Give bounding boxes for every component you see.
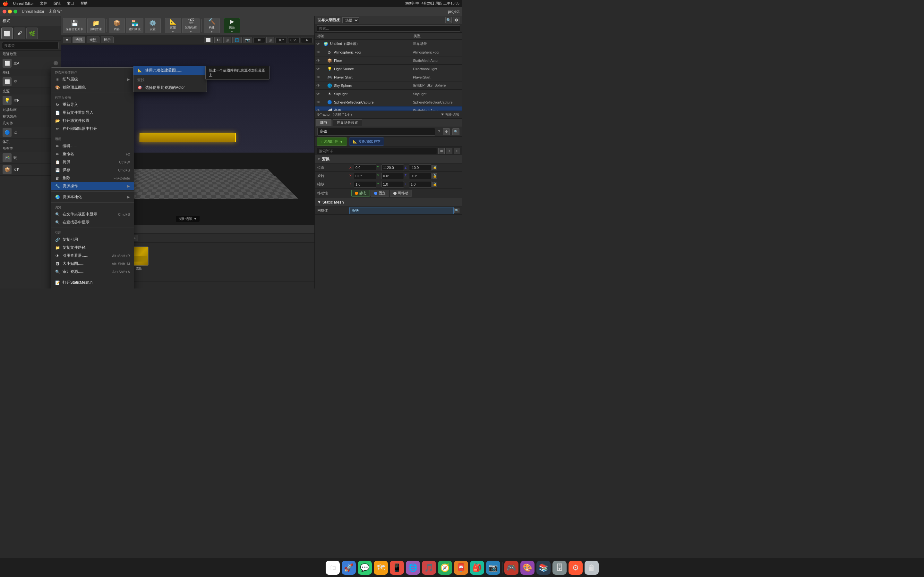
cm-item-rename[interactable]: ✏ 重命名 F2: [51, 150, 134, 158]
cm-item-size-map-label: 大小贴图......: [63, 261, 109, 266]
delete-shortcut: Fn+Delete: [113, 176, 130, 180]
cm-item-rename-label: 重命名: [63, 151, 123, 157]
show-in-finder-icon: 🔍: [55, 220, 60, 225]
cm-label-imported: 已导入资源: [51, 94, 134, 101]
chevron-right-icon: ▶: [128, 77, 130, 81]
cm-item-open-external[interactable]: ✏ 在外部编辑器中打开: [51, 125, 134, 133]
copy-path-icon: 📁: [55, 245, 60, 250]
cm-item-ref-viewer[interactable]: 👁 引用查看器...... Alt+Shift+R: [51, 251, 134, 259]
cm-section-reference: 引用 🔗 复制引用 📁 复制文件路径 👁 引用查看器...... Alt+Shi…: [51, 228, 134, 277]
submenu-find-label: 查找: [134, 75, 207, 83]
cm-section-browse: 浏览 🔍 在文件夹视图中显示 Cmd+B 🔍 在查找器中显示: [51, 203, 134, 228]
copy-shortcut: Ctrl+W: [119, 160, 130, 164]
apple-menu[interactable]: 🍎: [3, 1, 8, 6]
cm-item-open-source-label: 打开源文件位置: [63, 118, 130, 123]
menubar-info: 360字 中: [405, 1, 419, 6]
cm-item-delete[interactable]: 🗑 删除 Fn+Delete: [51, 174, 134, 182]
open-external-icon: ✏: [55, 126, 60, 131]
show-in-folder-shortcut: Cmd+B: [118, 213, 130, 216]
cm-section-general: 通用 ✏ 编辑...... ✏ 重命名 F2 📋 拷贝 Ctrl+W 💾: [51, 134, 134, 192]
vertex-color-icon: 🎨: [55, 85, 60, 90]
save-shortcut: Cmd+S: [118, 168, 130, 172]
select-actor-icon: 🎯: [137, 85, 142, 90]
cm-section-imported: 已导入资源 ↻ 重新导入 📄 用新文件重新导入 📂 打开源文件位置 ✏ 在外部编…: [51, 93, 134, 134]
submenu-item-select-actor[interactable]: 🎯 选择使用此资源的Actor: [134, 83, 207, 92]
cm-item-show-in-finder[interactable]: 🔍 在查找器中显示: [51, 218, 134, 226]
editor-body: 模式 ⬜ 🖌 🌿 最近放置 ⬜ 空A i 基础 ⬜ 空 i 光源: [0, 16, 462, 288]
rename-shortcut: F2: [126, 152, 130, 156]
tooltip-text: 新建一个蓝图并将此资源添加到蓝图上: [209, 68, 265, 77]
audit-icon: 🔍: [55, 269, 60, 274]
menubar-datetime: 4月29日 周四 上午10:35: [422, 1, 459, 6]
menubar-right: 360字 中 4月29日 周四 上午10:35: [405, 1, 459, 6]
size-map-icon: 🖼: [55, 261, 60, 266]
cm-label-browse: 浏览: [51, 204, 134, 210]
cm-item-open-external-label: 在外部编辑器中打开: [63, 126, 130, 131]
copy-ref-icon: 🔗: [55, 237, 60, 242]
cm-item-asset-actions-label: 资源操作: [63, 183, 125, 189]
cm-item-copy[interactable]: 📋 拷贝 Ctrl+W: [51, 158, 134, 166]
titlebar: Unreal Editor 未命名* project: [0, 7, 462, 16]
localize-icon: 🌏: [55, 195, 60, 200]
cm-item-localize-label: 资源本地化: [63, 194, 125, 200]
ref-viewer-shortcut: Alt+Shift+R: [112, 254, 130, 258]
reimport-new-icon: 📄: [55, 110, 60, 115]
submenu-create-blueprint-label: 使用此项创建蓝图......: [145, 68, 182, 73]
cm-item-copy-ref-label: 复制引用: [63, 237, 130, 242]
copy-icon: 📋: [55, 160, 60, 165]
submenu-item-create-blueprint[interactable]: 📐 使用此项创建蓝图......: [134, 66, 207, 75]
cm-item-reimport[interactable]: ↻ 重新导入: [51, 101, 134, 109]
reimport-icon: ↻: [55, 102, 60, 107]
cm-item-show-in-folder[interactable]: 🔍 在文件夹视图中显示 Cmd+B: [51, 210, 134, 218]
cm-item-reimport-new[interactable]: 📄 用新文件重新导入: [51, 109, 134, 117]
cm-item-copy-path-label: 复制文件路径: [63, 245, 130, 250]
cm-item-open-source[interactable]: 📂 打开源文件位置: [51, 117, 134, 125]
submenu: 📐 使用此项创建蓝图...... 查找 🎯 选择使用此资源的Actor: [133, 66, 207, 92]
cm-item-open-header-label: 打开StaticMesh.h: [63, 280, 130, 285]
menubar-help[interactable]: 帮助: [79, 1, 89, 6]
cm-item-localize[interactable]: 🌏 资源本地化 ▶: [51, 193, 134, 201]
menubar-file[interactable]: 文件: [39, 1, 48, 6]
cm-item-ref-viewer-label: 引用查看器......: [63, 253, 110, 258]
cm-item-save[interactable]: 💾 保存 Cmd+S: [51, 166, 134, 174]
cm-item-open-header[interactable]: 📝 打开StaticMesh.h: [51, 279, 134, 287]
lod-icon: ≡: [55, 77, 60, 82]
submenu-find-text: 查找: [137, 77, 144, 82]
menubar-app[interactable]: Unreal Editor: [12, 2, 35, 5]
chevron-right-icon-3: ▶: [128, 195, 130, 199]
cm-item-size-map[interactable]: 🖼 大小贴图...... Alt+Shift+M: [51, 259, 134, 268]
ref-viewer-icon: 👁: [55, 253, 60, 258]
cm-section-localize: 🌏 资源本地化 ▶: [51, 192, 134, 203]
chevron-right-icon-2: ▶: [128, 184, 130, 188]
cm-item-save-label: 保存: [63, 167, 115, 173]
cm-item-lod[interactable]: ≡ 细节层级 ▶: [51, 75, 134, 83]
edit-icon: ✏: [55, 143, 60, 149]
cm-item-remove-vertex-color[interactable]: 🎨 移除顶点颜色: [51, 83, 134, 91]
menubar-window[interactable]: 窗口: [66, 1, 75, 6]
menubar-edit[interactable]: 编辑: [52, 1, 62, 6]
cm-item-remove-vertex-label: 移除顶点颜色: [63, 85, 130, 90]
cm-item-docs-label: 查看文档: [63, 288, 130, 288]
maximize-button[interactable]: [13, 10, 17, 13]
close-button[interactable]: [3, 10, 6, 13]
cm-item-copy-ref[interactable]: 🔗 复制引用: [51, 235, 134, 243]
cm-item-copy-path[interactable]: 📁 复制文件路径: [51, 243, 134, 251]
app-title: Unreal Editor: [22, 9, 44, 14]
cm-item-asset-actions[interactable]: 🔧 资源操作 ▶: [51, 182, 134, 190]
asset-actions-icon: 🔧: [55, 184, 60, 189]
open-header-icon: 📝: [55, 280, 60, 285]
cm-label-general: 通用: [51, 135, 134, 142]
cm-item-lod-label: 细节层级: [63, 77, 125, 82]
cm-item-edit[interactable]: ✏ 编辑......: [51, 142, 134, 150]
cm-item-audit[interactable]: 🔍 审计资源...... Alt+Shift+A: [51, 268, 134, 276]
document-title: 未命名*: [49, 9, 62, 14]
cm-item-docs[interactable]: ❓ 查看文档: [51, 287, 134, 288]
cm-item-reimport-new-label: 用新文件重新导入: [63, 110, 130, 115]
menubar: 🍎 Unreal Editor 文件 编辑 窗口 帮助 360字 中 4月29日…: [0, 0, 462, 7]
cm-item-delete-label: 删除: [63, 175, 111, 181]
save-icon-cm: 💾: [55, 168, 60, 173]
blueprint-icon-submenu: 📐: [137, 68, 142, 73]
minimize-button[interactable]: [8, 10, 12, 13]
cm-label-mesh-ops: 静态网格体操作: [51, 69, 134, 75]
cm-item-edit-label: 编辑......: [63, 143, 130, 149]
